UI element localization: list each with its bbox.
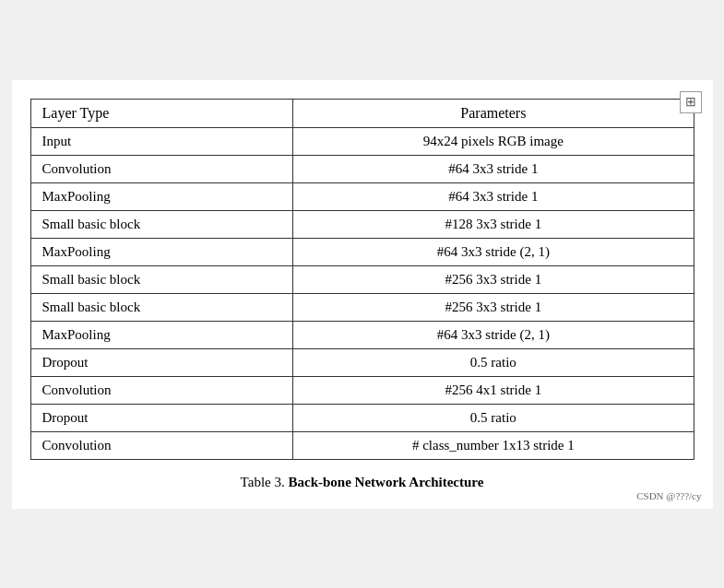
table-row: MaxPooling#64 3x3 stride (2, 1)	[30, 238, 694, 265]
cell-layer-type: MaxPooling	[30, 238, 293, 265]
page-container: ⊞ Layer Type Parameters Input94x24 pixel…	[12, 80, 713, 509]
col-header-parameters: Parameters	[293, 99, 694, 127]
cell-parameters: #256 4x1 stride 1	[293, 376, 694, 404]
cell-parameters: 94x24 pixels RGB image	[293, 127, 694, 155]
cell-layer-type: Convolution	[30, 376, 293, 404]
cell-layer-type: MaxPooling	[30, 182, 293, 210]
table-caption: Table 3. Back-bone Network Architecture	[30, 475, 694, 490]
cell-parameters: #256 3x3 stride 1	[293, 293, 694, 321]
table-row: Dropout0.5 ratio	[30, 348, 694, 376]
cell-parameters: # class_number 1x13 stride 1	[293, 431, 694, 459]
table-row: MaxPooling#64 3x3 stride 1	[30, 182, 694, 210]
table-row: MaxPooling#64 3x3 stride (2, 1)	[30, 321, 694, 348]
table-row: Convolution#64 3x3 stride 1	[30, 155, 694, 182]
cell-parameters: 0.5 ratio	[293, 348, 694, 376]
cell-parameters: #256 3x3 stride 1	[293, 265, 694, 293]
grid-icon: ⊞	[685, 94, 696, 110]
cell-parameters: 0.5 ratio	[293, 404, 694, 431]
cell-parameters: #64 3x3 stride (2, 1)	[293, 238, 694, 265]
col-header-layer-type: Layer Type	[30, 99, 293, 127]
caption-prefix: Table 3.	[241, 475, 289, 489]
table-row: Convolution# class_number 1x13 stride 1	[30, 431, 694, 459]
cell-layer-type: Small basic block	[30, 210, 293, 238]
watermark: CSDN @???/cy	[636, 490, 701, 501]
cell-layer-type: Input	[30, 127, 293, 155]
cell-parameters: #64 3x3 stride 1	[293, 182, 694, 210]
cell-layer-type: MaxPooling	[30, 321, 293, 348]
cell-layer-type: Small basic block	[30, 293, 293, 321]
cell-parameters: #64 3x3 stride (2, 1)	[293, 321, 694, 348]
table-row: Small basic block#256 3x3 stride 1	[30, 293, 694, 321]
table-row: Small basic block#128 3x3 stride 1	[30, 210, 694, 238]
cell-layer-type: Small basic block	[30, 265, 293, 293]
cell-layer-type: Convolution	[30, 431, 293, 459]
table-row: Input94x24 pixels RGB image	[30, 127, 694, 155]
cell-layer-type: Convolution	[30, 155, 293, 182]
table-header-row: Layer Type Parameters	[30, 99, 694, 127]
cell-parameters: #128 3x3 stride 1	[293, 210, 694, 238]
architecture-table: Layer Type Parameters Input94x24 pixels …	[30, 99, 694, 460]
table-row: Convolution#256 4x1 stride 1	[30, 376, 694, 404]
caption-bold: Back-bone Network Architecture	[288, 475, 483, 489]
table-row: Dropout0.5 ratio	[30, 404, 694, 431]
table-row: Small basic block#256 3x3 stride 1	[30, 265, 694, 293]
cell-layer-type: Dropout	[30, 348, 293, 376]
table-icon-button[interactable]: ⊞	[680, 91, 702, 113]
cell-parameters: #64 3x3 stride 1	[293, 155, 694, 182]
cell-layer-type: Dropout	[30, 404, 293, 431]
